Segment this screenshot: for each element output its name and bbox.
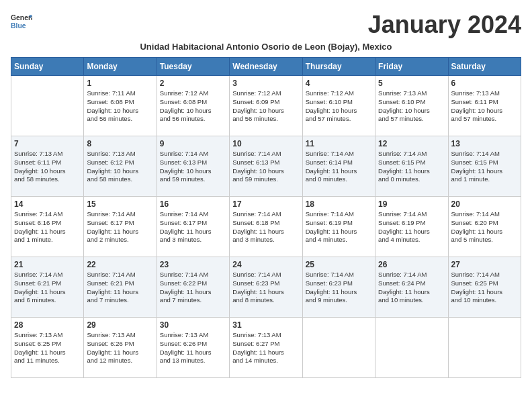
calendar-cell: 28Sunrise: 7:13 AMSunset: 6:25 PMDayligh… [11,318,84,378]
header-wednesday: Wednesday [230,58,302,76]
calendar-cell: 2Sunrise: 7:12 AMSunset: 6:08 PMDaylight… [157,76,229,136]
calendar-cell: 4Sunrise: 7:12 AMSunset: 6:10 PMDaylight… [302,76,375,136]
logo: General Blue [11,11,32,32]
calendar-cell: 16Sunrise: 7:14 AMSunset: 6:17 PMDayligh… [157,197,229,257]
day-number: 10 [232,139,299,148]
calendar-cell: 31Sunrise: 7:13 AMSunset: 6:27 PMDayligh… [230,318,302,378]
day-info: Sunrise: 7:14 AMSunset: 6:20 PMDaylight:… [451,210,518,244]
day-number: 14 [14,199,81,209]
day-info: Sunrise: 7:14 AMSunset: 6:13 PMDaylight:… [160,150,226,184]
calendar-cell [11,76,84,136]
day-info: Sunrise: 7:14 AMSunset: 6:19 PMDaylight:… [378,210,445,244]
svg-text:General: General [11,14,32,21]
day-number: 7 [14,139,81,148]
calendar-cell: 20Sunrise: 7:14 AMSunset: 6:20 PMDayligh… [448,197,521,257]
day-info: Sunrise: 7:13 AMSunset: 6:10 PMDaylight:… [378,89,445,124]
day-info: Sunrise: 7:13 AMSunset: 6:11 PMDaylight:… [14,150,81,184]
day-info: Sunrise: 7:14 AMSunset: 6:15 PMDaylight:… [378,150,445,184]
day-number: 23 [160,260,226,269]
header-monday: Monday [84,58,157,76]
calendar-cell: 3Sunrise: 7:12 AMSunset: 6:09 PMDaylight… [230,76,302,136]
day-number: 11 [306,139,372,148]
day-number: 13 [451,139,518,148]
day-number: 21 [14,260,81,269]
day-number: 9 [160,139,226,148]
header-thursday: Thursday [302,58,375,76]
day-number: 24 [232,260,299,269]
day-info: Sunrise: 7:13 AMSunset: 6:26 PMDaylight:… [87,331,153,365]
calendar-cell: 11Sunrise: 7:14 AMSunset: 6:14 PMDayligh… [302,136,375,197]
calendar-cell: 27Sunrise: 7:14 AMSunset: 6:25 PMDayligh… [448,257,521,318]
calendar-cell: 25Sunrise: 7:14 AMSunset: 6:23 PMDayligh… [302,257,375,318]
day-number: 30 [160,320,226,330]
day-info: Sunrise: 7:14 AMSunset: 6:21 PMDaylight:… [14,271,81,305]
header-sunday: Sunday [11,58,84,76]
day-info: Sunrise: 7:14 AMSunset: 6:13 PMDaylight:… [232,150,299,184]
calendar-cell: 9Sunrise: 7:14 AMSunset: 6:13 PMDaylight… [157,136,229,197]
calendar-cell: 15Sunrise: 7:14 AMSunset: 6:17 PMDayligh… [84,197,157,257]
calendar-cell: 13Sunrise: 7:14 AMSunset: 6:15 PMDayligh… [448,136,521,197]
calendar-cell: 17Sunrise: 7:14 AMSunset: 6:18 PMDayligh… [230,197,302,257]
day-number: 29 [87,320,153,330]
day-number: 18 [306,199,372,209]
calendar-table: SundayMondayTuesdayWednesdayThursdayFrid… [11,57,521,378]
calendar-cell [448,318,521,378]
day-info: Sunrise: 7:11 AMSunset: 6:08 PMDaylight:… [87,89,153,124]
day-number: 1 [87,79,153,88]
calendar-cell: 12Sunrise: 7:14 AMSunset: 6:15 PMDayligh… [375,136,448,197]
calendar-subtitle: Unidad Habitacional Antonio Osorio de Le… [11,42,521,52]
day-info: Sunrise: 7:14 AMSunset: 6:17 PMDaylight:… [160,210,226,244]
day-info: Sunrise: 7:14 AMSunset: 6:17 PMDaylight:… [87,210,153,244]
day-number: 6 [451,79,518,88]
day-info: Sunrise: 7:13 AMSunset: 6:27 PMDaylight:… [232,331,299,365]
calendar-cell [302,318,375,378]
calendar-cell: 24Sunrise: 7:14 AMSunset: 6:23 PMDayligh… [230,257,302,318]
day-info: Sunrise: 7:14 AMSunset: 6:23 PMDaylight:… [306,271,372,305]
calendar-cell: 5Sunrise: 7:13 AMSunset: 6:10 PMDaylight… [375,76,448,136]
calendar-cell: 29Sunrise: 7:13 AMSunset: 6:26 PMDayligh… [84,318,157,378]
calendar-cell: 21Sunrise: 7:14 AMSunset: 6:21 PMDayligh… [11,257,84,318]
day-number: 28 [14,320,81,330]
calendar-header-row: SundayMondayTuesdayWednesdayThursdayFrid… [11,58,521,76]
day-number: 20 [451,199,518,209]
header-friday: Friday [375,58,448,76]
header-saturday: Saturday [448,58,521,76]
header-tuesday: Tuesday [157,58,229,76]
calendar-week-row: 1Sunrise: 7:11 AMSunset: 6:08 PMDaylight… [11,76,521,136]
calendar-cell: 26Sunrise: 7:14 AMSunset: 6:24 PMDayligh… [375,257,448,318]
day-number: 12 [378,139,445,148]
day-number: 16 [160,199,226,209]
svg-text:Blue: Blue [11,22,26,30]
day-number: 4 [306,79,372,88]
calendar-week-row: 21Sunrise: 7:14 AMSunset: 6:21 PMDayligh… [11,257,521,318]
day-number: 2 [160,79,226,88]
day-info: Sunrise: 7:14 AMSunset: 6:22 PMDaylight:… [160,271,226,305]
page-header: General Blue January 2024 [11,11,521,39]
logo-icon: General Blue [11,11,32,32]
calendar-week-row: 14Sunrise: 7:14 AMSunset: 6:16 PMDayligh… [11,197,521,257]
calendar-cell: 18Sunrise: 7:14 AMSunset: 6:19 PMDayligh… [302,197,375,257]
calendar-cell: 1Sunrise: 7:11 AMSunset: 6:08 PMDaylight… [84,76,157,136]
calendar-cell: 22Sunrise: 7:14 AMSunset: 6:21 PMDayligh… [84,257,157,318]
calendar-cell: 8Sunrise: 7:13 AMSunset: 6:12 PMDaylight… [84,136,157,197]
day-info: Sunrise: 7:13 AMSunset: 6:12 PMDaylight:… [87,150,153,184]
month-title: January 2024 [368,11,521,39]
day-number: 31 [232,320,299,330]
calendar-cell: 19Sunrise: 7:14 AMSunset: 6:19 PMDayligh… [375,197,448,257]
day-number: 17 [232,199,299,209]
calendar-cell: 23Sunrise: 7:14 AMSunset: 6:22 PMDayligh… [157,257,229,318]
day-number: 5 [378,79,445,88]
day-info: Sunrise: 7:14 AMSunset: 6:15 PMDaylight:… [451,150,518,184]
day-info: Sunrise: 7:14 AMSunset: 6:21 PMDaylight:… [87,271,153,305]
day-number: 22 [87,260,153,269]
calendar-week-row: 7Sunrise: 7:13 AMSunset: 6:11 PMDaylight… [11,136,521,197]
day-info: Sunrise: 7:12 AMSunset: 6:08 PMDaylight:… [160,89,226,124]
day-info: Sunrise: 7:14 AMSunset: 6:19 PMDaylight:… [306,210,372,244]
calendar-cell: 30Sunrise: 7:13 AMSunset: 6:26 PMDayligh… [157,318,229,378]
day-number: 19 [378,199,445,209]
day-info: Sunrise: 7:13 AMSunset: 6:11 PMDaylight:… [451,89,518,124]
day-info: Sunrise: 7:13 AMSunset: 6:26 PMDaylight:… [160,331,226,365]
day-info: Sunrise: 7:14 AMSunset: 6:24 PMDaylight:… [378,271,445,305]
day-info: Sunrise: 7:12 AMSunset: 6:10 PMDaylight:… [306,89,372,124]
day-info: Sunrise: 7:14 AMSunset: 6:23 PMDaylight:… [232,271,299,305]
